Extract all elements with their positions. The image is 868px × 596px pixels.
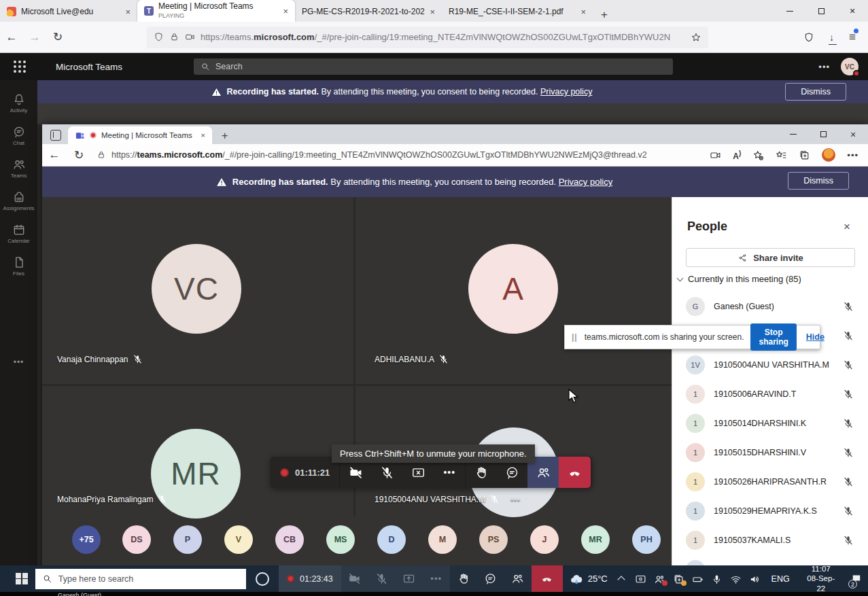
mic-off-icon[interactable] xyxy=(843,447,854,458)
chat-button[interactable] xyxy=(477,565,504,592)
app-launcher-icon[interactable] xyxy=(14,60,26,73)
rail-item[interactable]: Calendar xyxy=(0,220,37,247)
new-tab-button[interactable]: + xyxy=(593,8,616,22)
close-button[interactable]: × xyxy=(837,0,868,22)
minimize-button[interactable] xyxy=(774,0,805,22)
address-bar[interactable]: https://teams.microsoft.com/_#/pre-join-… xyxy=(91,150,700,160)
participant-row[interactable]: 1 19105014DHARSHINI.K xyxy=(672,408,868,438)
address-bar[interactable]: https://teams.microsoft.com/_#/pre-join-… xyxy=(147,27,708,48)
participant-row[interactable]: 1V 19105004ANU VARSHITHA.M xyxy=(672,350,868,379)
user-avatar[interactable]: VC xyxy=(841,58,858,75)
restore-button[interactable] xyxy=(808,124,838,144)
mic-off-icon[interactable] xyxy=(843,301,854,312)
stop-sharing-button[interactable]: Stop sharing xyxy=(750,323,796,351)
participant-chip[interactable]: V xyxy=(224,525,253,554)
more-options-icon[interactable]: ••• xyxy=(818,62,830,72)
downloads-icon[interactable]: ↓ xyxy=(829,32,834,43)
people-button[interactable] xyxy=(504,565,532,592)
share-button[interactable] xyxy=(396,565,423,592)
microphone-tray-icon[interactable] xyxy=(711,573,723,584)
volume-tray-icon[interactable] xyxy=(749,573,761,584)
rail-item[interactable]: Teams xyxy=(0,155,37,181)
back-button[interactable]: ← xyxy=(42,148,67,162)
clock[interactable]: 11:07 08-Sep-22 xyxy=(797,564,846,593)
tab-close-icon[interactable]: × xyxy=(580,7,586,17)
read-aloud-icon[interactable]: A) xyxy=(733,150,741,161)
restore-button[interactable] xyxy=(805,0,837,22)
rail-item[interactable]: Activity xyxy=(0,90,37,116)
participant-row[interactable]: 1 19105026HARIPRASANTH.R xyxy=(672,467,868,496)
new-tab-button[interactable]: + xyxy=(222,130,228,142)
weather-widget[interactable]: 25°C xyxy=(563,572,614,586)
shield-icon[interactable] xyxy=(154,32,164,42)
tab-close-icon[interactable]: × xyxy=(430,7,435,17)
mic-off-icon[interactable] xyxy=(843,360,854,370)
lock-icon[interactable] xyxy=(169,32,179,42)
action-center-button[interactable]: 2 xyxy=(846,565,868,592)
participant-chip[interactable]: PH xyxy=(632,525,661,554)
participant-chip[interactable]: D xyxy=(377,525,406,554)
participant-chip[interactable]: CB xyxy=(275,525,304,554)
meeting-attendees-section-header[interactable]: Currently in this meeting (85) xyxy=(678,274,801,284)
tab-camera-icon[interactable] xyxy=(710,150,721,161)
rail-item[interactable]: Files xyxy=(0,253,37,279)
mic-off-icon[interactable] xyxy=(843,330,854,341)
lock-icon[interactable] xyxy=(97,150,106,160)
reload-button[interactable]: ↻ xyxy=(46,30,69,44)
participant-chip[interactable]: P xyxy=(173,525,202,554)
settings-more-icon[interactable]: ••• xyxy=(847,150,858,160)
menu-icon[interactable]: ≡ xyxy=(849,31,856,44)
camera-off-button[interactable] xyxy=(341,565,368,592)
privacy-policy-link[interactable]: Privacy policy xyxy=(540,87,592,97)
drag-handle[interactable]: || xyxy=(572,332,578,342)
participant-chip[interactable]: J xyxy=(530,525,559,554)
participant-chip[interactable]: MS xyxy=(326,525,355,554)
battery-tray-icon[interactable] xyxy=(692,573,704,584)
outer-tab-pdf[interactable]: R19-ME_-CSE-I-II-SEM-2-1.pdf × xyxy=(442,1,593,22)
tile-more-icon[interactable]: ••• xyxy=(510,495,521,504)
rail-more-icon[interactable]: ••• xyxy=(0,357,37,367)
participant-row[interactable]: 1 19105037KAMALI.S xyxy=(672,525,868,555)
tab-close-icon[interactable]: × xyxy=(283,6,288,16)
pocket-icon[interactable] xyxy=(803,32,814,43)
back-button[interactable]: ← xyxy=(0,31,23,44)
wifi-tray-icon[interactable] xyxy=(730,573,742,584)
inner-tab-meeting[interactable]: Meeting | Microsoft Teams × xyxy=(68,126,212,144)
rail-item[interactable]: Assignments xyxy=(0,188,37,214)
participant-chip[interactable]: M xyxy=(428,525,457,554)
teams-search-input[interactable]: Search xyxy=(194,58,673,75)
rail-item[interactable]: Chat xyxy=(0,122,37,149)
raise-hand-button[interactable] xyxy=(450,565,477,592)
collections-icon[interactable] xyxy=(799,150,810,161)
taskbar-search-input[interactable]: Type here to search xyxy=(35,569,246,589)
browser-profile-avatar[interactable] xyxy=(822,148,835,162)
reload-button[interactable]: ↻ xyxy=(67,148,91,162)
language-indicator[interactable]: ENG xyxy=(765,574,797,584)
permissions-icon[interactable] xyxy=(185,32,195,42)
mic-off-icon[interactable] xyxy=(843,389,854,400)
dismiss-button[interactable]: Dismiss xyxy=(785,83,846,101)
participant-row[interactable]: 1 19105015DHARSHINI.V xyxy=(672,438,868,467)
hang-up-button[interactable] xyxy=(532,565,563,592)
cortana-icon[interactable] xyxy=(256,572,269,586)
more-actions-button[interactable]: ••• xyxy=(423,565,450,592)
start-button[interactable] xyxy=(8,573,35,585)
participant-row[interactable]: 1 19105006ARAVIND.T xyxy=(672,379,868,408)
participant-chip[interactable]: MR xyxy=(581,525,610,554)
outer-tab-meeting[interactable]: T Meeting | Microsoft Teams PLAYING × xyxy=(137,0,295,22)
participant-row[interactable]: G Ganesh (Guest) xyxy=(672,292,868,321)
privacy-policy-link[interactable]: Privacy policy xyxy=(559,177,612,187)
photos-tray-icon[interactable] xyxy=(673,573,684,584)
hang-up-button[interactable] xyxy=(559,457,591,488)
participant-row[interactable]: 1 19105029HEMAPRIYA.K.S xyxy=(672,496,868,525)
screen-cast-tray-icon[interactable] xyxy=(635,573,646,584)
tab-close-icon[interactable]: × xyxy=(201,131,205,139)
show-hidden-icons-chevron[interactable] xyxy=(617,576,625,583)
hide-link[interactable]: Hide xyxy=(806,332,824,342)
participant-chip[interactable]: PS xyxy=(479,525,508,554)
mic-off-icon[interactable] xyxy=(843,476,854,487)
bookmark-star-icon[interactable] xyxy=(691,32,701,43)
share-invite-button[interactable]: Share invite xyxy=(686,248,855,267)
minimize-button[interactable] xyxy=(778,124,808,144)
outer-tab-live-edu[interactable]: Microsoft Live@edu × xyxy=(0,1,137,22)
